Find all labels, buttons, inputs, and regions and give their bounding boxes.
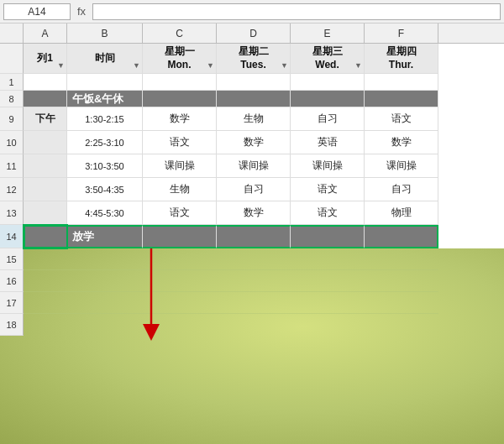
spreadsheet: A B C D E F 列1 ▼ 时间 ▼ bbox=[0, 24, 504, 444]
table-row: 9 下午 1:30-2:15 数学 生物 自习 语文 bbox=[0, 107, 504, 131]
cell-14b-merged[interactable]: 放学 bbox=[67, 225, 143, 248]
cell-10d[interactable]: 数学 bbox=[217, 131, 291, 154]
cell-13c[interactable]: 语文 bbox=[143, 201, 217, 225]
row-num-11: 11 bbox=[0, 154, 24, 178]
cell-12d[interactable]: 自习 bbox=[217, 178, 291, 201]
cell-9f[interactable]: 语文 bbox=[365, 107, 438, 131]
cell-d-header[interactable]: 星期二 Tues. ▼ bbox=[217, 44, 291, 74]
cell-10a[interactable] bbox=[24, 131, 67, 154]
row-num-18: 18 bbox=[0, 314, 24, 336]
cell-14f[interactable] bbox=[365, 225, 438, 248]
cell-9c[interactable]: 数学 bbox=[143, 107, 217, 131]
cell-1c[interactable] bbox=[143, 74, 217, 91]
cell-8d[interactable] bbox=[217, 91, 291, 107]
row-num-8: 8 bbox=[0, 91, 24, 107]
cell-8f[interactable] bbox=[365, 91, 438, 107]
cell-16[interactable] bbox=[24, 270, 438, 292]
row-num-10: 10 bbox=[0, 131, 24, 154]
cell-13f[interactable]: 物理 bbox=[365, 201, 438, 225]
rows-area: 列1 ▼ 时间 ▼ 星期一 Mon. ▼ 星期二 Tues. ▼ 星期三 Wed… bbox=[0, 44, 504, 444]
cell-10e[interactable]: 英语 bbox=[291, 131, 365, 154]
dropdown-icon-e[interactable]: ▼ bbox=[354, 61, 362, 71]
table-row: 13 4:45-5:30 语文 数学 语文 物理 bbox=[0, 201, 504, 225]
row-num-17: 17 bbox=[0, 292, 24, 314]
corner-cell bbox=[0, 24, 24, 43]
cell-11f[interactable]: 课间操 bbox=[365, 154, 438, 178]
cell-15[interactable] bbox=[24, 248, 438, 270]
cell-12a[interactable] bbox=[24, 178, 67, 201]
cell-1a[interactable] bbox=[24, 74, 67, 91]
cell-8b-merged[interactable]: 午饭&午休 bbox=[67, 91, 143, 107]
cell-1b[interactable] bbox=[67, 74, 143, 91]
row-num-14: 14 bbox=[0, 225, 24, 248]
row-num-1: 1 bbox=[0, 74, 24, 91]
table-row: 列1 ▼ 时间 ▼ 星期一 Mon. ▼ 星期二 Tues. ▼ 星期三 Wed… bbox=[0, 44, 504, 74]
cell-ref-value: A14 bbox=[28, 6, 45, 18]
table-row: 1 bbox=[0, 74, 504, 91]
table-row: 12 3:50-4:35 生物 自习 语文 自习 bbox=[0, 178, 504, 201]
cell-13e[interactable]: 语文 bbox=[291, 201, 365, 225]
cell-1e[interactable] bbox=[291, 74, 365, 91]
cell-c-header[interactable]: 星期一 Mon. ▼ bbox=[143, 44, 217, 74]
toolbar: A14 fx bbox=[0, 0, 504, 24]
cell-f-header[interactable]: 星期四 Thur. bbox=[365, 44, 438, 74]
cell-9e[interactable]: 自习 bbox=[291, 107, 365, 131]
row-num-9: 9 bbox=[0, 107, 24, 131]
dropdown-icon-a[interactable]: ▼ bbox=[57, 61, 65, 71]
row-num-16: 16 bbox=[0, 270, 24, 292]
cell-13b[interactable]: 4:45-5:30 bbox=[67, 201, 143, 225]
formula-icon: fx bbox=[74, 5, 89, 18]
cell-b-header[interactable]: 时间 ▼ bbox=[67, 44, 143, 74]
cell-1d[interactable] bbox=[217, 74, 291, 91]
col-header-f[interactable]: F bbox=[365, 24, 438, 43]
col-header-d[interactable]: D bbox=[217, 24, 291, 43]
column-headers-row: A B C D E F bbox=[0, 24, 504, 44]
cell-14e[interactable] bbox=[291, 225, 365, 248]
cell-8a[interactable] bbox=[24, 91, 67, 107]
cell-8e[interactable] bbox=[291, 91, 365, 107]
table-row: 14 放学 bbox=[0, 225, 504, 248]
dropdown-icon-c[interactable]: ▼ bbox=[207, 61, 214, 71]
cell-9a[interactable]: 下午 bbox=[24, 107, 67, 131]
col-header-b[interactable]: B bbox=[67, 24, 143, 43]
row-num-header bbox=[0, 44, 24, 74]
row-num-12: 12 bbox=[0, 178, 24, 201]
row-num-13: 13 bbox=[0, 201, 24, 225]
dropdown-icon-d[interactable]: ▼ bbox=[281, 61, 288, 71]
cell-11e[interactable]: 课间操 bbox=[291, 154, 365, 178]
formula-bar-input[interactable] bbox=[92, 3, 501, 20]
dropdown-icon-b[interactable]: ▼ bbox=[133, 61, 140, 71]
row-num-15: 15 bbox=[0, 248, 24, 270]
cell-13d[interactable]: 数学 bbox=[217, 201, 291, 225]
col-header-a[interactable]: A bbox=[24, 24, 67, 43]
table-row: 8 午饭&午休 bbox=[0, 91, 504, 107]
cell-reference-box[interactable]: A14 bbox=[3, 3, 71, 20]
svg-marker-1 bbox=[143, 324, 160, 341]
cell-9b[interactable]: 1:30-2:15 bbox=[67, 107, 143, 131]
cell-14c[interactable] bbox=[143, 225, 217, 248]
cell-8c[interactable] bbox=[143, 91, 217, 107]
cell-10c[interactable]: 语文 bbox=[143, 131, 217, 154]
cell-11c[interactable]: 课间操 bbox=[143, 154, 217, 178]
cell-11d[interactable]: 课间操 bbox=[217, 154, 291, 178]
cell-18[interactable] bbox=[24, 314, 438, 336]
cell-12e[interactable]: 语文 bbox=[291, 178, 365, 201]
cell-13a[interactable] bbox=[24, 201, 67, 225]
cell-10b[interactable]: 2:25-3:10 bbox=[67, 131, 143, 154]
cell-12f[interactable]: 自习 bbox=[365, 178, 438, 201]
cell-14d[interactable] bbox=[217, 225, 291, 248]
cell-a-header[interactable]: 列1 ▼ bbox=[24, 44, 67, 74]
cell-11b[interactable]: 3:10-3:50 bbox=[67, 154, 143, 178]
cell-e-header[interactable]: 星期三 Wed. ▼ bbox=[291, 44, 365, 74]
cell-11a[interactable] bbox=[24, 154, 67, 178]
col-header-c[interactable]: C bbox=[143, 24, 217, 43]
bottom-green-area: 15 16 17 18 bbox=[0, 248, 504, 444]
col-header-e[interactable]: E bbox=[291, 24, 365, 43]
cell-9d[interactable]: 生物 bbox=[217, 107, 291, 131]
cell-10f[interactable]: 数学 bbox=[365, 131, 438, 154]
cell-1f[interactable] bbox=[365, 74, 438, 91]
cell-14a-selected[interactable] bbox=[24, 225, 67, 248]
cell-12b[interactable]: 3:50-4:35 bbox=[67, 178, 143, 201]
cell-17[interactable] bbox=[24, 292, 438, 314]
cell-12c[interactable]: 生物 bbox=[143, 178, 217, 201]
